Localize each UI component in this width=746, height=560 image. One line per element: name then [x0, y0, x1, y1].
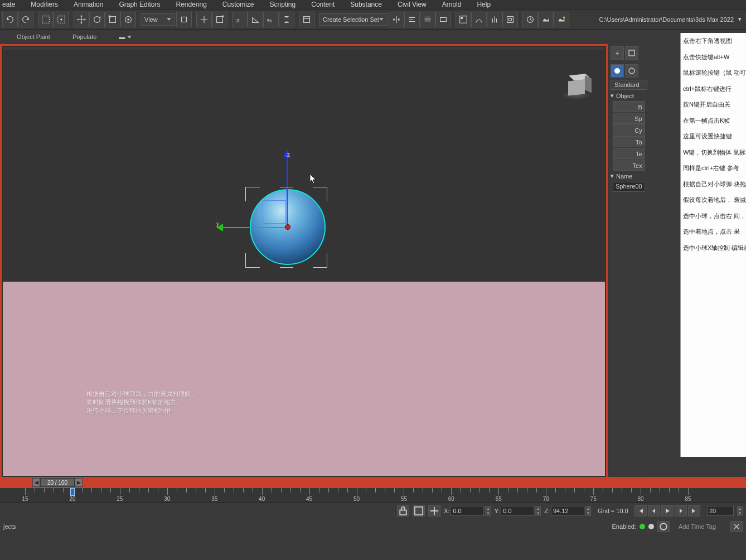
goto-end-button[interactable]	[688, 505, 700, 516]
cp-add-button[interactable]: +	[611, 46, 624, 60]
align-button[interactable]	[404, 12, 420, 27]
time-slider-prev-button[interactable]: ◀	[32, 478, 40, 487]
gizmo-y-axis[interactable]	[217, 227, 290, 228]
menu-help[interactable]: Help	[469, 1, 498, 8]
select-filter-button[interactable]	[196, 12, 212, 27]
note-line: W键，切换到物体 鼠标左键选中蓝色	[683, 148, 744, 157]
absolute-transform-button[interactable]	[428, 505, 440, 516]
play-button[interactable]	[661, 505, 674, 516]
time-slider[interactable]: 20 / 100	[40, 478, 75, 487]
named-selection-dropdown[interactable]: Create Selection Set	[319, 13, 387, 26]
cp-type-textplus[interactable]: Tex	[613, 160, 645, 171]
edit-named-sel-button[interactable]	[299, 12, 314, 27]
render-setup-button[interactable]	[502, 12, 518, 27]
cp-type-cylinder[interactable]: Cy	[613, 124, 645, 136]
time-slider-next-button[interactable]: ▶	[75, 478, 83, 487]
menu-scripting[interactable]: Scripting	[262, 1, 304, 8]
layer-explorer-button[interactable]	[420, 12, 435, 27]
mirror-button[interactable]	[389, 12, 404, 27]
select-scale-button[interactable]	[105, 12, 120, 27]
selection-count-label: jects	[3, 523, 16, 530]
angle-snap-button[interactable]	[248, 12, 263, 27]
timeline-current-marker[interactable]	[70, 488, 75, 496]
cp-modify-tab[interactable]	[625, 46, 638, 60]
key-mode-button[interactable]	[657, 521, 670, 532]
ribbon-dropdown-icon[interactable]: ▬	[119, 33, 132, 40]
gizmo-xy-plane[interactable]	[263, 200, 286, 224]
cp-type-sphere[interactable]: Sp	[613, 113, 645, 124]
snap-3d-button[interactable]: 3	[232, 12, 248, 27]
menu-modifiers[interactable]: Modifiers	[23, 1, 66, 8]
viewcube[interactable]	[558, 70, 595, 107]
cp-type-box[interactable]: B	[613, 101, 645, 112]
spinner-frame[interactable]: ▲▼	[737, 506, 743, 516]
coord-y-input[interactable]	[501, 506, 534, 516]
select-rotate-button[interactable]	[89, 12, 105, 27]
add-time-tag-button[interactable]: Add Time Tag	[679, 523, 716, 530]
toggle-ribbon-button[interactable]	[435, 12, 451, 27]
current-frame-input[interactable]	[707, 506, 734, 516]
coord-z-input[interactable]	[551, 506, 584, 516]
cp-category-dropdown[interactable]: Standard	[611, 80, 647, 90]
reference-coord-dropdown[interactable]: View	[141, 13, 175, 26]
cp-rollout-name[interactable]: ▾ Name	[611, 171, 647, 181]
cp-rollout-object-type[interactable]: ▾ Object	[611, 91, 647, 100]
render-iterative-button[interactable]	[554, 12, 569, 27]
note-line: 这里可设置快捷键	[683, 132, 744, 141]
percent-snap-button[interactable]: %	[263, 12, 279, 27]
render-production-button[interactable]	[538, 12, 554, 27]
spinner-y[interactable]: ▲▼	[535, 506, 541, 516]
svg-point-3	[94, 16, 100, 22]
perspective-viewport[interactable]: z y 根据自己对小球弹跳，力的衰减的理解， 将时间滑块拖拽到你想K帧的地方。 …	[3, 47, 605, 476]
menu-animation[interactable]: Animation	[66, 1, 111, 8]
select-move-button[interactable]	[74, 12, 89, 27]
axis-label-z: z	[287, 152, 290, 158]
cp-type-torus[interactable]: To	[613, 136, 645, 147]
select-place-button[interactable]	[120, 12, 136, 27]
listener-enabled-dot[interactable]	[640, 524, 645, 529]
svg-rect-8	[182, 17, 187, 22]
menu-graph-editors[interactable]: Graph Editors	[111, 1, 168, 8]
selection-lock-toggle[interactable]	[413, 505, 425, 516]
undo-button[interactable]	[2, 12, 18, 27]
ribbon-object-paint[interactable]: Object Paint	[17, 33, 50, 40]
menu-create[interactable]: eate	[2, 1, 23, 8]
time-slider-track[interactable]: ◀ 20 / 100 ▶	[0, 477, 746, 488]
render-frame-button[interactable]	[522, 12, 538, 27]
gizmo-origin[interactable]	[285, 224, 290, 230]
use-pivot-center-button[interactable]	[176, 12, 192, 27]
schematic-view-button[interactable]	[471, 12, 487, 27]
note-line: 根据自己对小球弹 块拖拽到你想K帧 键帧制作	[683, 180, 744, 189]
redo-button[interactable]	[18, 12, 33, 27]
cp-shapes-button[interactable]	[625, 64, 638, 78]
menu-customize[interactable]: Customize	[215, 1, 262, 8]
path-dropdown-icon[interactable]: ▾	[738, 16, 744, 23]
object-name-field[interactable]: Sphere00	[613, 182, 645, 192]
menu-content[interactable]: Content	[303, 1, 342, 8]
goto-start-button[interactable]	[634, 505, 647, 516]
menu-arnold[interactable]: Arnold	[434, 1, 469, 8]
menu-substance[interactable]: Substance	[342, 1, 390, 8]
menu-rendering[interactable]: Rendering	[168, 1, 214, 8]
window-crossing-button[interactable]	[212, 12, 227, 27]
curve-editor-button[interactable]	[456, 12, 471, 27]
spinner-snap-button[interactable]	[279, 12, 294, 27]
menu-civil-view[interactable]: Civil View	[390, 1, 434, 8]
ribbon-populate[interactable]: Populate	[72, 33, 96, 40]
prev-frame-button[interactable]	[648, 505, 660, 516]
cp-type-teapot[interactable]: Te	[613, 148, 645, 159]
spinner-x[interactable]: ▲▼	[485, 506, 491, 516]
timeline-ruler[interactable]: 152025303540455055606570758085	[0, 488, 746, 503]
listener-record-dot[interactable]	[648, 524, 654, 529]
unlink-button[interactable]	[54, 12, 69, 27]
selection-bracket	[313, 187, 327, 201]
coord-x-input[interactable]	[450, 506, 484, 516]
timeline: ◀ 20 / 100 ▶ 152025303540455055606570758…	[0, 477, 746, 503]
time-config-button[interactable]	[730, 521, 743, 532]
select-link-button[interactable]	[38, 12, 54, 27]
material-editor-button[interactable]	[487, 12, 502, 27]
cp-geometry-button[interactable]	[611, 64, 624, 78]
next-frame-button[interactable]	[675, 505, 687, 516]
lock-selection-button[interactable]	[397, 505, 409, 516]
spinner-z[interactable]: ▲▼	[585, 506, 591, 516]
